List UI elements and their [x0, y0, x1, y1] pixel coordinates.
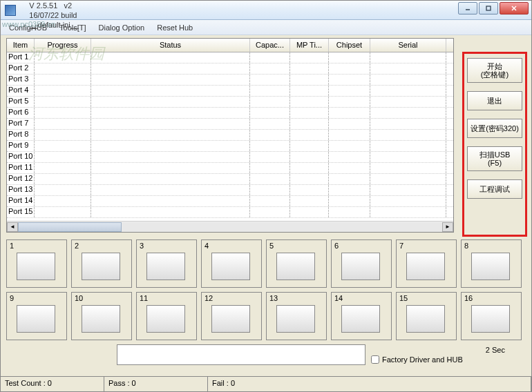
settings-button[interactable]: 设置(密码320): [467, 119, 522, 138]
cell-mpt: [290, 130, 329, 140]
slot-box[interactable]: [146, 253, 185, 280]
table-row[interactable]: Port 5: [7, 97, 453, 108]
slot-box[interactable]: [82, 305, 120, 333]
cell-status: [91, 63, 250, 74]
cell-mpt: [290, 86, 329, 96]
table-row[interactable]: Port 1: [7, 52, 453, 63]
table-row[interactable]: Port 14: [7, 196, 453, 207]
factory-driver-checkbox[interactable]: Factory Driver and HUB: [371, 355, 463, 364]
table-row[interactable]: Port 2: [7, 63, 453, 75]
col-status[interactable]: Status: [91, 39, 250, 52]
slot-box[interactable]: [406, 305, 445, 333]
cell-chip: [329, 86, 370, 96]
cell-mpt: [290, 119, 329, 129]
status-bar: Test Count : 0 Pass : 0 Fail : 0: [1, 376, 531, 391]
scroll-track[interactable]: [18, 222, 442, 232]
table-row[interactable]: Port 10: [7, 152, 453, 163]
horizontal-scrollbar[interactable]: ◄ ►: [7, 221, 453, 232]
cell-item: Port 1: [7, 52, 35, 63]
col-chipset[interactable]: Chipset: [329, 39, 370, 52]
minimize-button[interactable]: [458, 2, 477, 14]
table-row[interactable]: Port 13: [7, 185, 453, 196]
col-capacity[interactable]: Capac...: [250, 39, 290, 52]
cell-cap: [250, 108, 290, 118]
slot-box[interactable]: [211, 305, 250, 333]
cell-prog: [35, 196, 91, 206]
table-row[interactable]: Port 9: [7, 141, 453, 152]
cell-status: [91, 174, 250, 184]
cell-serial: [370, 75, 446, 85]
slot-box[interactable]: [17, 305, 55, 333]
slot-box[interactable]: [341, 305, 380, 333]
cell-cap: [250, 63, 290, 74]
col-item[interactable]: Item: [7, 39, 35, 52]
table-row[interactable]: Port 11: [7, 163, 453, 174]
factory-driver-label: Factory Driver and HUB: [382, 355, 463, 364]
slot-box[interactable]: [471, 305, 510, 333]
port-table: Item Progress Status Capac... MP Ti... C…: [6, 38, 454, 233]
cell-chip: [329, 207, 370, 217]
cell-prog: [35, 152, 91, 162]
scroll-thumb[interactable]: [18, 222, 122, 232]
table-row[interactable]: Port 7: [7, 119, 453, 130]
slot-box[interactable]: [82, 253, 120, 280]
table-row[interactable]: Port 4: [7, 86, 453, 97]
table-row[interactable]: Port 8: [7, 130, 453, 141]
scroll-left-arrow[interactable]: ◄: [7, 222, 18, 232]
exit-button[interactable]: 退出: [467, 91, 522, 110]
cell-mpt: [290, 63, 329, 74]
start-button[interactable]: 开始 (空格键): [467, 58, 522, 83]
cell-serial: [370, 207, 446, 217]
slot-9: 9: [6, 292, 67, 340]
slot-box[interactable]: [146, 305, 185, 333]
slot-number: 5: [269, 242, 274, 250]
cell-item: Port 11: [7, 163, 35, 173]
cell-prog: [35, 75, 91, 85]
factory-driver-input[interactable]: [371, 355, 379, 364]
cell-status: [91, 119, 250, 129]
cell-chip: [329, 119, 370, 129]
watermark-url: www.pc0359.cn: [2, 20, 55, 28]
table-row[interactable]: Port 6: [7, 108, 453, 119]
slot-number: 4: [205, 242, 209, 250]
table-row[interactable]: Port 3: [7, 75, 453, 86]
cell-item: Port 7: [7, 119, 35, 129]
col-progress[interactable]: Progress: [35, 39, 91, 52]
status-test-count: Test Count : 0: [1, 377, 104, 391]
start-label: 开始: [487, 62, 502, 70]
table-row[interactable]: Port 12: [7, 174, 453, 185]
col-mptime[interactable]: MP Ti...: [290, 39, 329, 52]
cell-mpt: [290, 152, 329, 162]
scroll-right-arrow[interactable]: ►: [442, 222, 453, 232]
slot-box[interactable]: [406, 253, 445, 280]
cell-serial: [370, 185, 446, 195]
cell-serial: [370, 152, 446, 162]
maximize-button[interactable]: [479, 2, 498, 14]
cell-serial: [370, 130, 446, 140]
col-serial[interactable]: Serial: [370, 39, 446, 52]
app-icon: [5, 5, 16, 16]
cell-mpt: [290, 97, 329, 107]
cell-cap: [250, 130, 290, 140]
cell-serial: [370, 108, 446, 118]
slot-box[interactable]: [341, 253, 380, 280]
table-row[interactable]: Port 15: [7, 207, 453, 218]
cell-status: [91, 141, 250, 151]
slot-box[interactable]: [17, 253, 55, 280]
cell-prog: [35, 63, 91, 74]
close-button[interactable]: [500, 2, 529, 14]
status-fail: Fail : 0: [208, 377, 531, 391]
slot-box[interactable]: [276, 305, 315, 333]
scan-hint: (F5): [488, 159, 502, 167]
menu-reset-hub[interactable]: Reset Hub: [151, 22, 198, 33]
cell-item: Port 12: [7, 174, 35, 184]
debug-button[interactable]: 工程调试: [467, 179, 522, 199]
cell-prog: [35, 163, 91, 173]
slot-box[interactable]: [471, 253, 510, 280]
scan-usb-button[interactable]: 扫描USB (F5): [467, 146, 522, 171]
cell-mpt: [290, 185, 329, 195]
slot-box[interactable]: [211, 253, 250, 280]
slot-12: 12: [201, 292, 262, 340]
svg-rect-1: [486, 6, 491, 10]
slot-box[interactable]: [276, 253, 315, 280]
